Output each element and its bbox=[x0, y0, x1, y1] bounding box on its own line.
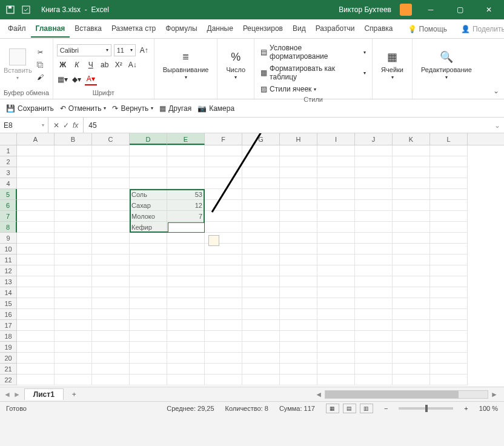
cell[interactable] bbox=[55, 145, 92, 156]
format-as-table-button[interactable]: ▦Форматировать как таблицу▾ bbox=[258, 63, 368, 82]
cell[interactable] bbox=[92, 374, 130, 385]
cell[interactable] bbox=[92, 342, 130, 353]
cell[interactable] bbox=[55, 309, 92, 320]
cell[interactable] bbox=[430, 331, 468, 342]
confirm-formula-icon[interactable]: ✓ bbox=[63, 121, 69, 130]
cell[interactable] bbox=[17, 200, 55, 211]
cell[interactable]: Соль bbox=[130, 189, 167, 200]
menu-tab-рецензиров[interactable]: Рецензиров bbox=[238, 21, 288, 38]
row-header[interactable]: 1 bbox=[0, 145, 17, 156]
cell[interactable] bbox=[167, 298, 205, 309]
cell[interactable] bbox=[130, 320, 167, 331]
cell[interactable] bbox=[280, 244, 317, 255]
cell[interactable] bbox=[317, 331, 355, 342]
row-header[interactable]: 17 bbox=[0, 320, 17, 331]
cell[interactable] bbox=[205, 298, 242, 309]
col-header[interactable]: J bbox=[355, 133, 393, 145]
avatar[interactable] bbox=[400, 4, 412, 16]
fill-color-button[interactable]: ◆▾ bbox=[71, 73, 83, 85]
fx-icon[interactable]: fx bbox=[73, 121, 78, 130]
cell[interactable] bbox=[17, 145, 55, 156]
cell[interactable] bbox=[393, 276, 430, 287]
col-header[interactable]: F bbox=[205, 133, 242, 145]
row-header[interactable]: 15 bbox=[0, 298, 17, 309]
cell[interactable] bbox=[393, 211, 430, 222]
col-header[interactable]: C bbox=[92, 133, 130, 145]
row-header[interactable]: 12 bbox=[0, 265, 17, 276]
next-sheet-icon[interactable]: ► bbox=[13, 390, 21, 399]
cell[interactable] bbox=[317, 178, 355, 189]
cell[interactable] bbox=[92, 167, 130, 178]
other-button[interactable]: ▦Другая bbox=[159, 104, 191, 113]
cell[interactable] bbox=[130, 374, 167, 385]
cell[interactable] bbox=[242, 255, 280, 265]
cell[interactable] bbox=[242, 200, 280, 211]
row-header[interactable]: 19 bbox=[0, 342, 17, 353]
cell[interactable] bbox=[242, 145, 280, 156]
cell[interactable] bbox=[17, 320, 55, 331]
cell[interactable] bbox=[92, 145, 130, 156]
cell[interactable] bbox=[205, 178, 242, 189]
cell[interactable] bbox=[205, 211, 242, 222]
cell[interactable] bbox=[430, 189, 468, 200]
cell[interactable]: 12 bbox=[167, 200, 205, 211]
cell[interactable] bbox=[17, 276, 55, 287]
cell[interactable] bbox=[92, 265, 130, 276]
cell[interactable] bbox=[17, 244, 55, 255]
copy-icon[interactable]: ⿻ bbox=[35, 59, 47, 70]
cell[interactable] bbox=[17, 331, 55, 342]
col-header[interactable]: E bbox=[167, 133, 205, 145]
formula-input[interactable]: 45 bbox=[84, 121, 491, 130]
cell[interactable] bbox=[355, 211, 393, 222]
cancel-formula-icon[interactable]: ✕ bbox=[53, 121, 59, 130]
cell[interactable] bbox=[92, 353, 130, 364]
cell[interactable] bbox=[167, 178, 205, 189]
cell[interactable] bbox=[317, 233, 355, 244]
cell[interactable] bbox=[317, 374, 355, 385]
cell[interactable] bbox=[55, 331, 92, 342]
cell[interactable] bbox=[280, 156, 317, 167]
cell[interactable] bbox=[317, 353, 355, 364]
cell[interactable] bbox=[242, 331, 280, 342]
cell[interactable] bbox=[280, 287, 317, 298]
cell[interactable] bbox=[355, 287, 393, 298]
cell[interactable] bbox=[355, 320, 393, 331]
cell[interactable] bbox=[167, 145, 205, 156]
cell[interactable] bbox=[17, 309, 55, 320]
cell[interactable] bbox=[280, 255, 317, 265]
cell[interactable] bbox=[393, 222, 430, 233]
redo-button[interactable]: ↷Вернуть▾ bbox=[112, 104, 153, 113]
cell[interactable] bbox=[55, 287, 92, 298]
cell[interactable] bbox=[430, 211, 468, 222]
editing-button[interactable]: 🔍 Редактирование ▾ bbox=[416, 47, 477, 82]
share-button[interactable]: 👤Поделиться bbox=[455, 25, 504, 33]
row-header[interactable]: 14 bbox=[0, 287, 17, 298]
cell[interactable] bbox=[280, 178, 317, 189]
cell[interactable] bbox=[393, 244, 430, 255]
cell[interactable] bbox=[393, 233, 430, 244]
cell[interactable] bbox=[317, 287, 355, 298]
cell[interactable] bbox=[430, 233, 468, 244]
cell[interactable] bbox=[167, 276, 205, 287]
select-all-corner[interactable] bbox=[0, 133, 17, 145]
cell[interactable] bbox=[280, 233, 317, 244]
cell[interactable] bbox=[355, 222, 393, 233]
cell[interactable] bbox=[393, 364, 430, 374]
strike-button[interactable]: ab bbox=[99, 59, 111, 71]
cell[interactable] bbox=[92, 222, 130, 233]
cell[interactable] bbox=[55, 222, 92, 233]
row-header[interactable]: 3 bbox=[0, 167, 17, 178]
user-name[interactable]: Виктор Бухтеев bbox=[339, 5, 391, 14]
row-header[interactable]: 4 bbox=[0, 178, 17, 189]
cell[interactable] bbox=[55, 353, 92, 364]
cell[interactable] bbox=[205, 222, 242, 233]
cell[interactable] bbox=[92, 331, 130, 342]
cell[interactable] bbox=[205, 364, 242, 374]
italic-button[interactable]: К bbox=[71, 59, 83, 71]
cell[interactable] bbox=[205, 145, 242, 156]
font-name-select[interactable]: Calibri▾ bbox=[57, 44, 111, 56]
cell[interactable] bbox=[280, 309, 317, 320]
cell[interactable] bbox=[205, 331, 242, 342]
cell[interactable] bbox=[355, 298, 393, 309]
cell[interactable] bbox=[17, 156, 55, 167]
